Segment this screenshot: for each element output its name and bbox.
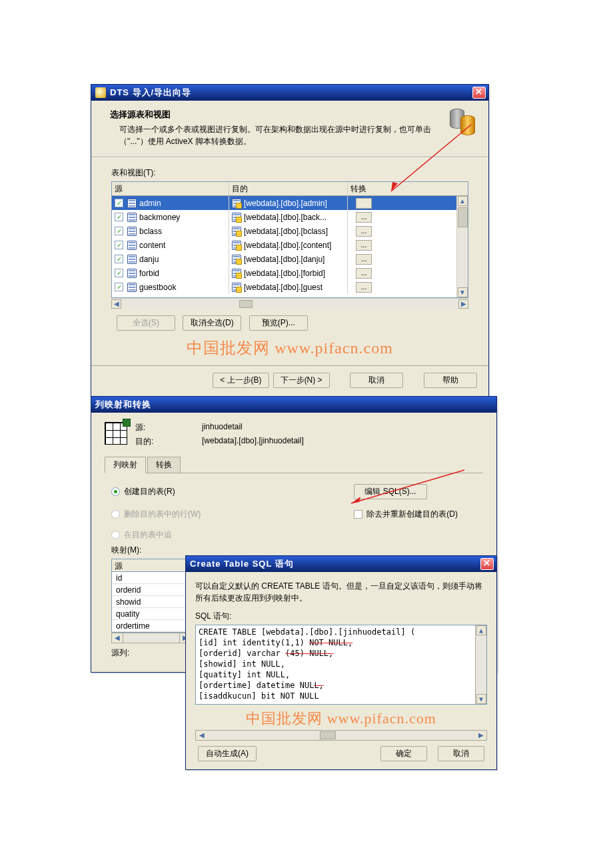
row-dest-name: [webdata].[dbo].[back... — [244, 213, 326, 222]
row-source-name: content — [139, 241, 165, 250]
scroll-down-icon[interactable]: ▼ — [458, 287, 468, 297]
hscroll-thumb[interactable] — [320, 731, 336, 739]
table-row[interactable]: backmoney[webdata].[dbo].[back...... — [112, 210, 456, 224]
row-source-name: bclass — [139, 227, 162, 236]
transform-ellipsis-button[interactable]: ... — [356, 254, 372, 265]
edit-sql-button[interactable]: 编辑 SQL(S)... — [354, 484, 427, 499]
next-button[interactable]: 下一步(N) > — [273, 373, 330, 388]
dts-title: DTS 导入/导出向导 — [110, 87, 472, 99]
col-header-dest[interactable]: 目的 — [229, 182, 348, 195]
row-source-name: backmoney — [139, 213, 180, 222]
preview-button[interactable]: 预览(P)... — [249, 315, 308, 331]
row-source-name: danju — [139, 255, 159, 264]
scroll-down-icon[interactable]: ▼ — [476, 694, 486, 704]
radio-append-rows-label: 在目的表中追 — [124, 529, 172, 541]
table-new-icon — [232, 255, 241, 264]
sql-textarea[interactable]: CREATE TABLE [webdata].[dbo].[jinhuodeta… — [195, 625, 487, 705]
mapping-column-cell[interactable]: showid — [112, 596, 191, 608]
table-row[interactable]: bclass[webdata].[dbo].[bclass]... — [112, 224, 456, 238]
scroll-left-icon[interactable]: ◀ — [111, 299, 121, 309]
row-checkbox[interactable] — [115, 283, 123, 291]
create-table-sql-window: Create Table SQL 语句 ✕ 可以自定义默认的 CREATE TA… — [185, 555, 497, 770]
row-checkbox[interactable] — [115, 269, 123, 277]
transform-ellipsis-button[interactable]: ... — [356, 198, 372, 209]
back-button[interactable]: < 上一步(B) — [213, 373, 269, 388]
row-checkbox[interactable] — [115, 227, 123, 235]
tables-listview[interactable]: 源 目的 转换 admin[webdata].[dbo].[admin]...b… — [111, 181, 468, 298]
deselect-all-button[interactable]: 取消全选(D) — [183, 315, 241, 331]
table-icon — [127, 199, 137, 208]
cancel-button[interactable]: 取消 — [350, 373, 403, 388]
mapping-column-cell[interactable]: quatity — [112, 608, 191, 620]
row-checkbox[interactable] — [115, 255, 123, 263]
close-icon[interactable]: ✕ — [472, 87, 486, 99]
select-all-button[interactable]: 全选(S) — [117, 315, 175, 331]
dts-wizard-window: DTS 导入/导出向导 ✕ 选择源表和视图 可选择一个或多个表或视图进行复制。可… — [91, 84, 489, 398]
table-icon — [127, 283, 137, 292]
table-row[interactable]: guestbook[webdata].[dbo].[guest... — [112, 280, 456, 294]
dest-value: [webdata].[dbo].[jinhuodetail] — [202, 436, 304, 447]
scroll-right-icon[interactable]: ▶ — [458, 299, 468, 309]
tab-column-mapping[interactable]: 列映射 — [105, 457, 146, 473]
cancel-button[interactable]: 取消 — [438, 746, 484, 761]
ok-button[interactable]: 确定 — [380, 746, 427, 761]
mapping-hscroll[interactable]: ◀ ▶ — [111, 633, 191, 643]
hscroll-thumb[interactable] — [239, 300, 253, 308]
table-new-icon — [232, 269, 241, 278]
scroll-up-icon[interactable]: ▲ — [476, 625, 486, 635]
horizontal-scrollbar[interactable]: ◀ ▶ — [111, 298, 468, 309]
mapping-column-cell[interactable]: id — [112, 572, 191, 584]
mapping-titlebar[interactable]: 列映射和转换 — [91, 397, 496, 413]
mapping-column-list[interactable]: idorderidshowidquatityordertime — [111, 572, 191, 633]
scroll-right-icon[interactable]: ▶ — [475, 731, 486, 740]
source-value: jinhuodetail — [202, 422, 243, 433]
mapping-column-cell[interactable]: ordertime — [112, 620, 191, 632]
auto-generate-button[interactable]: 自动生成(A) — [198, 746, 257, 761]
sql-title: Create Table SQL 语句 — [190, 558, 480, 570]
row-source-name: admin — [139, 199, 161, 208]
sql-horizontal-scrollbar[interactable]: ◀ ▶ — [195, 730, 487, 741]
close-icon[interactable]: ✕ — [480, 558, 494, 570]
col-header-source[interactable]: 源 — [112, 182, 229, 195]
scroll-up-icon[interactable]: ▲ — [458, 196, 468, 206]
radio-create-table[interactable] — [111, 487, 120, 496]
table-row[interactable]: danju[webdata].[dbo].[danju]... — [112, 252, 456, 266]
mapping-column-cell[interactable]: orderid — [112, 584, 191, 596]
row-source-name: forbid — [139, 269, 159, 278]
row-checkbox[interactable] — [115, 241, 123, 249]
radio-delete-rows — [111, 510, 120, 519]
row-checkbox[interactable] — [115, 199, 123, 207]
transform-ellipsis-button[interactable]: ... — [356, 282, 372, 293]
sql-help-text: 可以自定义默认的 CREATE TABLE 语句。但是，一旦自定义该语句，则须手… — [195, 580, 487, 604]
table-row[interactable]: forbid[webdata].[dbo].[forbid]... — [112, 266, 456, 280]
table-row[interactable]: admin[webdata].[dbo].[admin]... — [112, 196, 456, 210]
dts-titlebar[interactable]: DTS 导入/导出向导 ✕ — [91, 85, 488, 101]
transform-ellipsis-button[interactable]: ... — [356, 212, 372, 223]
table-row[interactable]: content[webdata].[dbo].[content]... — [112, 238, 456, 252]
scroll-left-icon[interactable]: ◀ — [196, 731, 207, 740]
table-new-icon — [232, 199, 241, 208]
tab-transform[interactable]: 转换 — [147, 457, 181, 473]
sql-titlebar[interactable]: Create Table SQL 语句 ✕ — [186, 556, 496, 572]
row-checkbox[interactable] — [115, 213, 123, 221]
dts-app-icon — [95, 87, 106, 98]
sql-vertical-scrollbar[interactable]: ▲ ▼ — [475, 625, 486, 704]
checkbox-drop-recreate-label: 除去并重新创建目的表(D) — [366, 509, 458, 520]
mapping-col-header[interactable]: 源 — [111, 559, 191, 572]
transform-ellipsis-button[interactable]: ... — [356, 268, 372, 279]
help-button[interactable]: 帮助 — [424, 373, 477, 388]
row-dest-name: [webdata].[dbo].[danju] — [244, 255, 324, 264]
row-dest-name: [webdata].[dbo].[admin] — [244, 199, 327, 208]
vertical-scrollbar[interactable]: ▲ ▼ — [456, 196, 468, 297]
transform-ellipsis-button[interactable]: ... — [356, 240, 372, 251]
table-new-icon — [232, 241, 241, 250]
col-header-transform[interactable]: 转换 — [348, 182, 456, 195]
scroll-thumb[interactable] — [458, 207, 468, 227]
row-source-name: guestbook — [139, 283, 176, 292]
table-icon — [127, 241, 137, 250]
transform-ellipsis-button[interactable]: ... — [356, 226, 372, 237]
scroll-left-icon[interactable]: ◀ — [112, 633, 123, 643]
source-column-label: 源列: — [111, 647, 191, 659]
table-new-icon — [232, 227, 241, 236]
checkbox-drop-recreate[interactable] — [354, 510, 362, 519]
